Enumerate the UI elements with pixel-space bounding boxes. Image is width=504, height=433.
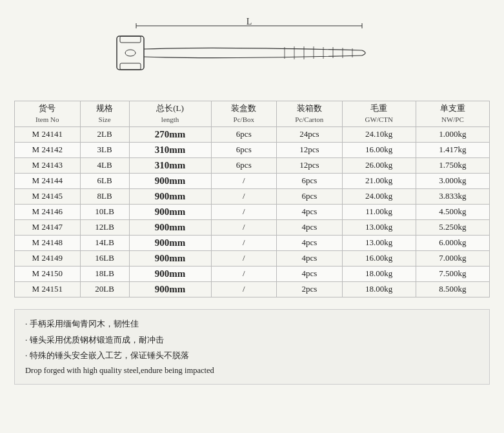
table-cell: 12LB <box>80 219 129 235</box>
table-row: M 241458LB900mm/6pcs24.00kg3.833kg <box>15 188 490 204</box>
table-cell: 900mm <box>129 250 211 266</box>
svg-text:L: L <box>246 18 252 26</box>
table-cell: 1.417kg <box>416 142 489 157</box>
features-area: · 手柄采用缅甸青冈木，韧性佳 · 锤头采用优质钢材锻造而成，耐冲击 · 特殊的… <box>14 309 490 385</box>
table-cell: 12pcs <box>277 142 343 157</box>
table-cell: 900mm <box>129 188 211 204</box>
table-cell: 16.00kg <box>342 142 416 157</box>
table-cell: 3.833kg <box>416 188 489 204</box>
table-cell: 10LB <box>80 204 129 219</box>
page: L <box>0 0 504 433</box>
svg-rect-6 <box>120 63 141 70</box>
table-row: M 241434LB310mm6pcs12pcs26.00kg1.750kg <box>15 157 490 173</box>
table-header-row: 货号 Item No 规格 Size 总长(L) length 装盒数 Pc/B… <box>15 101 490 127</box>
table-cell: 900mm <box>129 281 211 297</box>
feature-line-3: · 特殊的锤头安全嵌入工艺，保证锤头不脱落 <box>25 348 479 364</box>
table-cell: 900mm <box>129 235 211 250</box>
table-body: M 241412LB270mm6pcs24pcs24.10kg1.000kgM … <box>15 126 490 297</box>
svg-rect-4 <box>117 36 144 70</box>
table-cell: M 24145 <box>15 188 81 204</box>
table-cell: 20LB <box>80 281 129 297</box>
table-cell: 900mm <box>129 204 211 219</box>
table-cell: M 24142 <box>15 142 81 157</box>
table-cell: 6LB <box>80 173 129 188</box>
table-row: M 2415120LB900mm/2pcs18.00kg8.500kg <box>15 281 490 297</box>
table-cell: 11.00kg <box>342 204 416 219</box>
table-cell: 14LB <box>80 235 129 250</box>
table-cell: 6pcs <box>211 126 277 142</box>
table-row: M 2414916LB900mm/4pcs16.00kg7.000kg <box>15 250 490 266</box>
table-cell: 4LB <box>80 157 129 173</box>
table-cell: 16LB <box>80 250 129 266</box>
table-cell: 5.250kg <box>416 219 489 235</box>
table-cell: M 24147 <box>15 219 81 235</box>
table-cell: M 24148 <box>15 235 81 250</box>
svg-rect-5 <box>120 36 141 43</box>
table-row: M 241446LB900mm/6pcs21.00kg3.000kg <box>15 173 490 188</box>
table-cell: 24.00kg <box>342 188 416 204</box>
table-cell: 1.750kg <box>416 157 489 173</box>
col-header-length: 总长(L) length <box>129 101 211 127</box>
table-cell: 6.000kg <box>416 235 489 250</box>
table-cell: 4pcs <box>277 235 343 250</box>
table-cell: 1.000kg <box>416 126 489 142</box>
table-cell: M 24146 <box>15 204 81 219</box>
table-cell: 12pcs <box>277 157 343 173</box>
col-header-pcbox: 装盒数 Pc/Box <box>211 101 277 127</box>
col-header-carton: 装箱数 Pc/Carton <box>277 101 343 127</box>
table-cell: 900mm <box>129 266 211 281</box>
table-cell: 24pcs <box>277 126 343 142</box>
table-cell: 13.00kg <box>342 219 416 235</box>
table-cell: 16.00kg <box>342 250 416 266</box>
hammer-diagram: L <box>85 18 420 89</box>
table-cell: 4pcs <box>277 250 343 266</box>
feature-line-2: · 锤头采用优质钢材锻造而成，耐冲击 <box>25 332 479 348</box>
table-cell: / <box>211 219 277 235</box>
table-cell: 900mm <box>129 219 211 235</box>
table-cell: 3LB <box>80 142 129 157</box>
table-cell: 4pcs <box>277 204 343 219</box>
table-cell: 18.00kg <box>342 266 416 281</box>
table-cell: 6pcs <box>211 157 277 173</box>
table-cell: / <box>211 173 277 188</box>
table-cell: 26.00kg <box>342 157 416 173</box>
table-cell: 2pcs <box>277 281 343 297</box>
table-cell: M 24144 <box>15 173 81 188</box>
svg-point-7 <box>125 50 136 56</box>
table-cell: 7.500kg <box>416 266 489 281</box>
table-cell: / <box>211 204 277 219</box>
table-cell: 24.10kg <box>342 126 416 142</box>
table-cell: 8LB <box>80 188 129 204</box>
table-row: M 2414610LB900mm/4pcs11.00kg4.500kg <box>15 204 490 219</box>
table-cell: 4.500kg <box>416 204 489 219</box>
table-cell: 6pcs <box>277 188 343 204</box>
col-header-gw: 毛重 GW/CTN <box>342 101 416 127</box>
feature-line-1: · 手柄采用缅甸青冈木，韧性佳 <box>25 316 479 332</box>
table-cell: 900mm <box>129 173 211 188</box>
table-cell: M 24151 <box>15 281 81 297</box>
table-cell: 310mm <box>129 142 211 157</box>
feature-english: Drop forged with high quality steel,endu… <box>25 364 479 378</box>
table-cell: 2LB <box>80 126 129 142</box>
col-header-nw: 单支重 NW/PC <box>416 101 489 127</box>
table-row: M 241412LB270mm6pcs24pcs24.10kg1.000kg <box>15 126 490 142</box>
table-cell: M 24143 <box>15 157 81 173</box>
table-cell: 18.00kg <box>342 281 416 297</box>
table-row: M 2414712LB900mm/4pcs13.00kg5.250kg <box>15 219 490 235</box>
table-cell: 6pcs <box>211 142 277 157</box>
table-row: M 2415018LB900mm/4pcs18.00kg7.500kg <box>15 266 490 281</box>
table-cell: 18LB <box>80 266 129 281</box>
table-cell: 310mm <box>129 157 211 173</box>
table-cell: 4pcs <box>277 266 343 281</box>
product-table: 货号 Item No 规格 Size 总长(L) length 装盒数 Pc/B… <box>14 101 490 297</box>
table-cell: / <box>211 250 277 266</box>
table-cell: 21.00kg <box>342 173 416 188</box>
table-row: M 241423LB310mm6pcs12pcs16.00kg1.417kg <box>15 142 490 157</box>
table-cell: M 24150 <box>15 266 81 281</box>
table-cell: 270mm <box>129 126 211 142</box>
table-cell: 13.00kg <box>342 235 416 250</box>
table-cell: M 24141 <box>15 126 81 142</box>
table-cell: / <box>211 266 277 281</box>
table-cell: M 24149 <box>15 250 81 266</box>
table-cell: 8.500kg <box>416 281 489 297</box>
